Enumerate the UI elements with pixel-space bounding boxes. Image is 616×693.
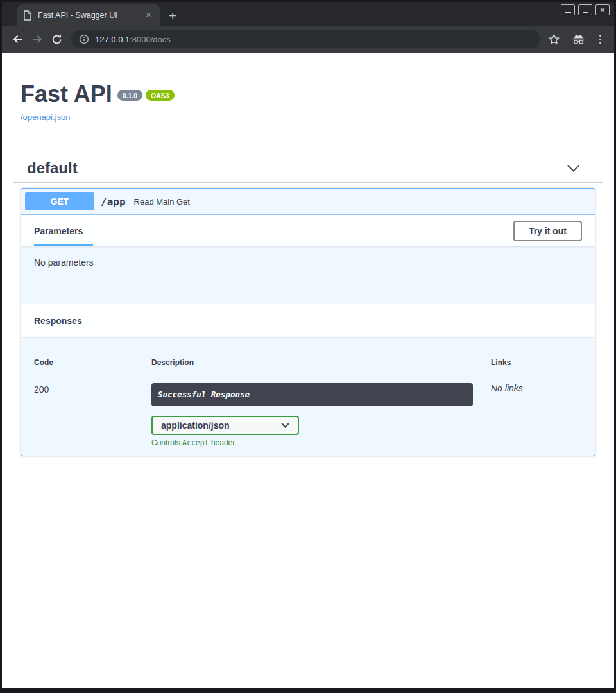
minimize-button[interactable] <box>561 4 575 15</box>
tab-strip: Fast API - Swagger UI ✕ + ✕ <box>2 2 614 26</box>
tag-section-header[interactable]: default <box>13 158 603 183</box>
url-text: 127.0.0.1:8000/docs <box>95 35 171 44</box>
method-get-button[interactable]: GET <box>25 193 94 210</box>
response-description-cell: Successful Response application/json Con… <box>151 383 491 447</box>
version-badge: 0.1.0 <box>117 90 142 101</box>
close-button[interactable]: ✕ <box>595 4 610 15</box>
incognito-icon <box>571 34 586 45</box>
url-path: :8000/docs <box>130 35 171 44</box>
new-tab-button[interactable]: + <box>169 9 176 22</box>
responses-title: Responses <box>34 316 82 326</box>
response-description: Successful Response <box>151 383 473 406</box>
opblock-get-app: GET /app Read Main Get Parameters Try it… <box>21 188 595 456</box>
responses-header: Responses <box>21 304 595 337</box>
api-badges: 0.1.0OAS3 <box>117 89 175 101</box>
note-code: Accept <box>182 438 209 447</box>
browser-menu-icon[interactable] <box>597 35 604 44</box>
tag-name: default <box>27 158 78 178</box>
bookmark-star-icon[interactable] <box>548 33 560 46</box>
operation-path: /app <box>101 196 126 208</box>
select-chevron-icon <box>281 423 289 428</box>
header-description: Description <box>151 358 491 367</box>
note-prefix: Controls <box>151 438 182 447</box>
maximize-button[interactable] <box>578 4 592 15</box>
response-links: No links <box>491 383 582 447</box>
reload-icon[interactable] <box>47 30 66 49</box>
header-code: Code <box>34 358 151 367</box>
media-type-value: application/json <box>161 420 230 431</box>
openapi-spec-link[interactable]: /openapi.json <box>21 112 70 122</box>
operation-summary-text: Read Main Get <box>134 197 190 207</box>
tab-title: Fast API - Swagger UI <box>38 11 143 20</box>
site-info-icon[interactable] <box>79 34 89 44</box>
response-code: 200 <box>34 383 151 447</box>
browser-window: Fast API - Swagger UI ✕ + ✕ 127.0.0.1:80… <box>2 2 614 688</box>
swagger-page: Fast API0.1.0OAS3 /openapi.json default … <box>2 53 614 688</box>
chevron-down-icon[interactable] <box>567 164 580 173</box>
toolbar-right-icons <box>547 33 608 46</box>
page-favicon-icon <box>23 10 32 21</box>
response-row-200: 200 Successful Response application/json… <box>34 375 582 447</box>
tab-parameters[interactable]: Parameters <box>34 215 83 246</box>
back-icon[interactable] <box>8 30 28 49</box>
responses-table: Code Description Links 200 Successful Re… <box>21 337 595 456</box>
operation-summary[interactable]: GET /app Read Main Get <box>21 189 595 215</box>
tab-close-icon[interactable]: ✕ <box>143 10 154 21</box>
api-title: Fast API <box>21 81 112 107</box>
forward-icon[interactable] <box>28 30 47 49</box>
try-it-out-button[interactable]: Try it out <box>513 221 582 241</box>
window-controls: ✕ <box>561 4 610 15</box>
address-bar[interactable]: 127.0.0.1:8000/docs <box>71 30 540 48</box>
browser-toolbar: 127.0.0.1:8000/docs <box>2 26 614 53</box>
accept-header-note: Controls Accept header. <box>151 438 491 447</box>
parameters-tab-label: Parameters <box>34 226 83 236</box>
media-type-select[interactable]: application/json <box>151 416 299 435</box>
oas-badge: OAS3 <box>146 90 175 101</box>
url-host: 127.0.0.1 <box>95 35 130 44</box>
browser-tab[interactable]: Fast API - Swagger UI ✕ <box>17 4 160 26</box>
note-suffix: header. <box>209 438 237 447</box>
no-parameters-message: No parameters <box>21 246 595 304</box>
api-info-section: Fast API0.1.0OAS3 /openapi.json <box>13 53 603 123</box>
header-links: Links <box>491 358 582 367</box>
parameters-header: Parameters Try it out <box>21 215 595 246</box>
responses-table-header-row: Code Description Links <box>34 337 582 375</box>
